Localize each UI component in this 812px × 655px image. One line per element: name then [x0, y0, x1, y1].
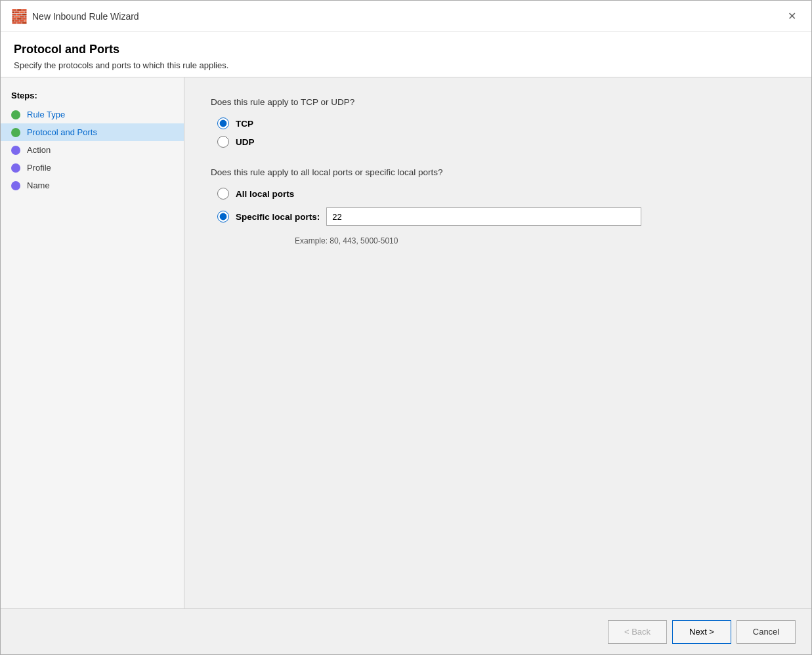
step-dot-name: [11, 181, 20, 190]
udp-label: UDP: [236, 137, 255, 147]
step-label-rule-type: Rule Type: [27, 110, 65, 119]
step-label-action: Action: [27, 145, 51, 155]
step-label-protocol-ports: Protocol and Ports: [27, 127, 97, 137]
protocol-question: Does this rule apply to TCP or UDP?: [211, 97, 785, 107]
step-dot-profile: [11, 163, 20, 173]
main-content: Steps: Rule Type Protocol and Ports Acti…: [1, 77, 811, 608]
ports-question: Does this rule apply to all local ports …: [211, 167, 785, 177]
page-subtitle: Specify the protocols and ports to which…: [14, 60, 798, 70]
title-bar-left: 🧱 New Inbound Rule Wizard: [11, 9, 139, 24]
udp-radio[interactable]: [217, 136, 229, 148]
steps-panel: Steps: Rule Type Protocol and Ports Acti…: [1, 77, 184, 608]
udp-option[interactable]: UDP: [217, 136, 785, 148]
back-button[interactable]: < Back: [608, 620, 667, 644]
step-dot-protocol-ports: [11, 128, 20, 137]
sidebar-item-name[interactable]: Name: [1, 177, 184, 194]
close-button[interactable]: ✕: [782, 7, 801, 26]
protocol-radio-group: TCP UDP: [211, 117, 785, 148]
steps-label: Steps:: [1, 88, 184, 106]
tcp-label: TCP: [236, 119, 253, 129]
all-ports-label: All local ports: [236, 189, 294, 199]
cancel-button[interactable]: Cancel: [737, 620, 796, 644]
ports-radio-group: All local ports Specific local ports: Ex…: [211, 188, 785, 245]
sidebar-item-rule-type[interactable]: Rule Type: [1, 106, 184, 123]
header-section: Protocol and Ports Specify the protocols…: [1, 32, 811, 77]
specific-ports-option[interactable]: Specific local ports:: [217, 211, 320, 222]
step-label-name: Name: [27, 180, 50, 190]
tcp-radio[interactable]: [217, 117, 229, 129]
sidebar-item-protocol-ports[interactable]: Protocol and Ports: [1, 123, 184, 141]
all-ports-option[interactable]: All local ports: [217, 188, 785, 200]
footer: < Back Next > Cancel: [1, 608, 811, 654]
specific-ports-label: Specific local ports:: [236, 212, 320, 222]
tcp-option[interactable]: TCP: [217, 117, 785, 129]
step-dot-rule-type: [11, 110, 20, 119]
all-ports-radio[interactable]: [217, 188, 229, 200]
sidebar-item-profile[interactable]: Profile: [1, 159, 184, 177]
sidebar-item-action[interactable]: Action: [1, 141, 184, 159]
app-icon: 🧱: [11, 9, 27, 24]
dialog-window: 🧱 New Inbound Rule Wizard ✕ Protocol and…: [0, 0, 812, 655]
title-bar: 🧱 New Inbound Rule Wizard ✕: [1, 1, 811, 32]
content-panel: Does this rule apply to TCP or UDP? TCP …: [184, 77, 811, 608]
specific-ports-radio[interactable]: [217, 211, 229, 222]
step-dot-action: [11, 146, 20, 155]
ports-example-text: Example: 80, 443, 5000-5010: [295, 236, 785, 245]
specific-ports-input[interactable]: [326, 207, 641, 226]
title-text: New Inbound Rule Wizard: [32, 11, 139, 22]
step-label-profile: Profile: [27, 163, 51, 173]
specific-ports-row: Specific local ports:: [217, 207, 785, 226]
page-title: Protocol and Ports: [14, 43, 798, 56]
next-button[interactable]: Next >: [672, 620, 731, 644]
